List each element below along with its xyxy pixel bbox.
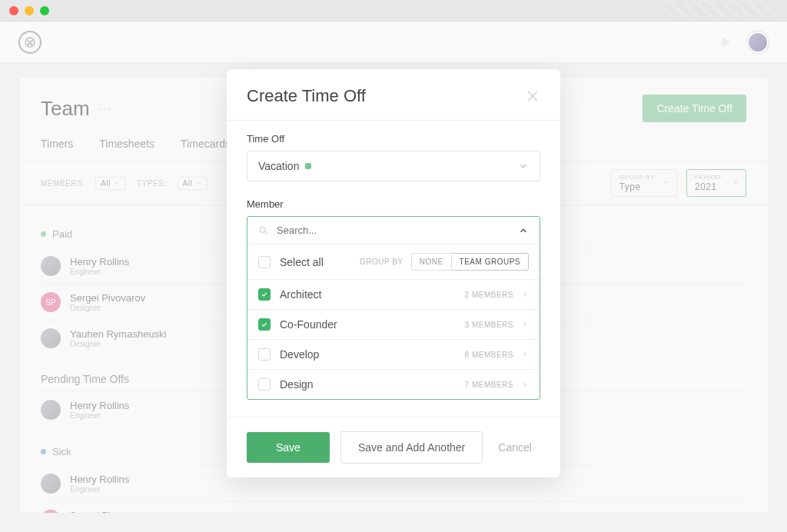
- seg-none[interactable]: NONE: [411, 253, 452, 271]
- member-search-input[interactable]: [277, 224, 510, 236]
- window-zoom-dot[interactable]: [40, 6, 49, 15]
- tab-timers[interactable]: Timers: [41, 138, 73, 150]
- svg-point-4: [28, 44, 28, 45]
- svg-point-8: [260, 227, 265, 232]
- checkbox[interactable]: [258, 288, 271, 301]
- svg-point-5: [31, 44, 32, 45]
- notification-icon[interactable]: [719, 35, 733, 49]
- group-row[interactable]: Develop 8 MEMBERS: [247, 340, 540, 370]
- checkbox[interactable]: [258, 256, 271, 268]
- groupby-segmented: NONE TEAM GROUPS: [411, 253, 529, 271]
- chevron-down-icon: [662, 178, 670, 188]
- search-icon: [258, 225, 269, 236]
- checkbox[interactable]: [258, 318, 271, 331]
- avatar: [41, 328, 61, 348]
- avatar: [41, 256, 61, 276]
- filter-types-label: TYPES:: [137, 179, 167, 188]
- seg-team-groups[interactable]: TEAM GROUPS: [452, 253, 529, 271]
- save-button[interactable]: Save: [247, 432, 330, 463]
- time-off-select[interactable]: Vacation: [247, 151, 540, 181]
- chevron-right-icon: [521, 381, 529, 388]
- create-time-off-modal: Create Time Off Time Off Vacation Member…: [227, 69, 560, 477]
- group-row[interactable]: Design 7 MEMBERS: [247, 370, 540, 399]
- time-off-label: Time Off: [247, 133, 540, 145]
- filter-members-value[interactable]: All: [95, 177, 126, 190]
- chevron-right-icon: [521, 321, 529, 328]
- member-dropdown: Select all GROUP BY NONE TEAM GROUPS Arc…: [247, 216, 540, 400]
- chevron-down-icon: [518, 161, 529, 171]
- group-row[interactable]: Co-Founder 3 MEMBERS: [247, 310, 540, 340]
- modal-title: Create Time Off: [247, 86, 366, 106]
- window-minimize-dot[interactable]: [25, 6, 34, 15]
- avatar: SP: [41, 510, 61, 514]
- chevron-down-icon: [732, 178, 739, 188]
- groupby-label: GROUP BY: [360, 258, 403, 266]
- topbar: [0, 22, 787, 63]
- close-icon[interactable]: [525, 88, 540, 104]
- browser-chrome: [0, 0, 787, 22]
- avatar: SP: [41, 292, 61, 312]
- avatar: [41, 474, 61, 494]
- svg-point-2: [28, 40, 28, 41]
- avatar: [41, 400, 61, 420]
- group-row[interactable]: Architect 2 MEMBERS: [247, 280, 540, 310]
- member-label: Member: [247, 198, 540, 210]
- chevron-right-icon: [521, 351, 529, 358]
- page-title-more-icon[interactable]: ···: [99, 102, 113, 115]
- page-title: Team: [41, 97, 90, 121]
- save-and-add-another-button[interactable]: Save and Add Another: [340, 431, 483, 464]
- checkbox[interactable]: [258, 348, 271, 361]
- filter-members-label: MEMBERS:: [41, 179, 85, 188]
- tab-timecards[interactable]: Timecards: [181, 138, 231, 150]
- select-all-row[interactable]: Select all GROUP BY NONE TEAM GROUPS: [247, 244, 540, 280]
- svg-point-3: [32, 40, 32, 41]
- app-logo[interactable]: [18, 31, 42, 54]
- vacation-color-swatch: [305, 163, 311, 169]
- svg-point-1: [29, 42, 31, 43]
- user-avatar[interactable]: [747, 32, 769, 53]
- cancel-button[interactable]: Cancel: [498, 441, 532, 454]
- chevron-right-icon: [521, 291, 529, 298]
- chevron-up-icon[interactable]: [518, 225, 529, 236]
- filter-types-value[interactable]: All: [178, 177, 208, 190]
- tab-timesheets[interactable]: Timesheets: [99, 138, 154, 150]
- create-time-off-button[interactable]: Create Time Off: [643, 95, 746, 122]
- svg-line-9: [264, 231, 267, 234]
- checkbox[interactable]: [258, 378, 271, 391]
- list-item[interactable]: SP Sergei PivovarovDesigner 2Apr 19 - Ap…: [41, 501, 746, 514]
- period-select[interactable]: PERIOD: 2021: [686, 169, 746, 197]
- groupby-select[interactable]: GROUP BY: Type: [611, 169, 677, 197]
- window-close-dot[interactable]: [9, 6, 18, 15]
